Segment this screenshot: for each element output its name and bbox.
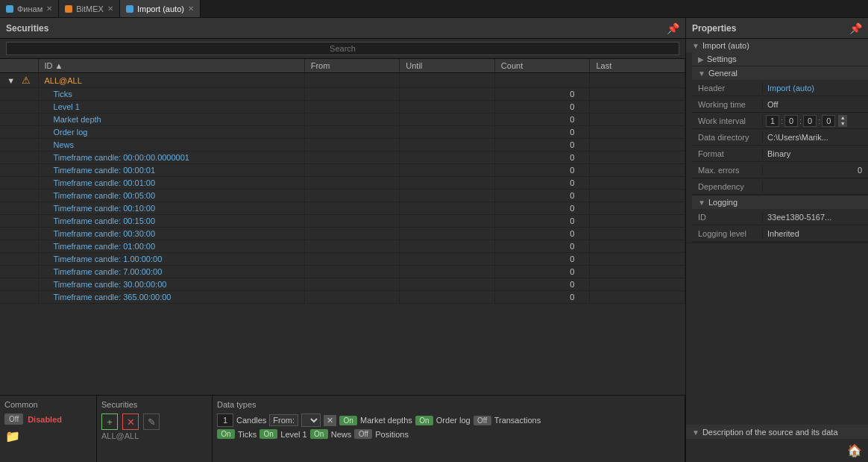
table-row[interactable]: News 0 <box>0 139 685 152</box>
delete-security-button[interactable]: ✕ <box>122 413 139 430</box>
row-until <box>400 177 495 190</box>
table-row[interactable]: Timeframe candle: 00:10:00 0 <box>0 202 685 215</box>
row-expand <box>0 291 38 304</box>
level1-label: Level 1 <box>280 430 306 439</box>
prop-logging-header[interactable]: ▼ Logging <box>692 196 868 209</box>
bitmex-close-icon[interactable]: ✕ <box>107 5 113 13</box>
tab-import-auto[interactable]: Import (auto) ✕ <box>120 0 201 17</box>
finam-close-icon[interactable]: ✕ <box>46 5 52 13</box>
news-on-button[interactable]: On <box>310 429 328 439</box>
securities-table: ID ▲ From Until Count Last ▼ ⚠ <box>0 59 685 304</box>
table-row[interactable]: Timeframe candle: 30.00:00:00 0 <box>0 278 685 291</box>
row-count: 0 <box>494 240 590 253</box>
section-import-label: Import (auto) <box>702 41 749 50</box>
folder-button[interactable]: 📁 <box>4 428 21 444</box>
interval-s-input[interactable] <box>803 115 817 127</box>
prop-max-errors-value: 0 <box>763 164 868 176</box>
table-row[interactable]: Timeframe candle: 00:00:00.0000001 0 <box>0 152 685 164</box>
prop-work-interval-label: Work interval <box>692 115 763 127</box>
row-last <box>590 190 685 202</box>
securities-panel-header: Securities 📌 <box>0 18 685 39</box>
level1-on-button[interactable]: On <box>260 429 277 439</box>
table-row[interactable]: Timeframe candle: 365.00:00:00 0 <box>0 291 685 304</box>
row-count: 0 <box>494 177 590 190</box>
candles-num-input[interactable] <box>217 413 233 427</box>
logging-collapse-arrow-icon: ▼ <box>698 199 705 207</box>
col-count[interactable]: Count <box>494 59 590 73</box>
row-expand <box>0 177 38 190</box>
row-until <box>400 126 495 139</box>
table-row[interactable]: Level 1 0 <box>0 101 685 113</box>
securities-bottom-title: Securities <box>101 400 207 409</box>
row-id: Level 1 <box>38 101 304 113</box>
marketdepths-on-button[interactable]: On <box>339 416 357 425</box>
row-expand <box>0 266 38 278</box>
table-row[interactable]: Timeframe candle: 00:00:01 0 <box>0 164 685 177</box>
prop-settings-header[interactable]: ▶ Settings <box>692 52 868 66</box>
interval-ms-input[interactable] <box>822 115 835 127</box>
ticks-on-button[interactable]: On <box>217 429 235 439</box>
table-row[interactable]: Ticks 0 <box>0 88 685 101</box>
table-row[interactable]: Timeframe candle: 7.00:00:00 0 <box>0 266 685 278</box>
table-row[interactable]: Timeframe candle: 00:05:00 0 <box>0 190 685 202</box>
col-last[interactable]: Last <box>590 59 685 73</box>
description-footer: 🏠 <box>686 439 868 462</box>
row-id: Market depth <box>38 113 304 126</box>
candles-from-select[interactable] <box>301 413 321 427</box>
row-expand <box>0 240 38 253</box>
interval-m-input[interactable] <box>784 115 798 127</box>
row-until <box>400 88 495 101</box>
description-header[interactable]: ▼ Description of the source and its data <box>686 425 868 439</box>
table-row[interactable]: Order log 0 <box>0 126 685 139</box>
row-from <box>304 266 400 278</box>
tab-import-auto-label: Import (auto) <box>137 4 184 13</box>
left-panel: Securities 📌 ID ▲ From Until Count Last <box>0 18 686 462</box>
tab-bitmex[interactable]: BitMEX ✕ <box>59 0 120 17</box>
transactions-off-button[interactable]: Off <box>474 416 491 425</box>
toggle-off-button[interactable]: Off <box>4 413 23 425</box>
row-last <box>590 73 685 88</box>
col-until[interactable]: Until <box>400 59 495 73</box>
interval-up-button[interactable]: ▲ <box>838 115 847 121</box>
interval-down-button[interactable]: ▼ <box>838 121 847 127</box>
prop-general-header[interactable]: ▼ General <box>692 66 868 80</box>
table-row[interactable]: Timeframe candle: 1.00:00:00 0 <box>0 253 685 266</box>
orderlog-on-button[interactable]: On <box>415 416 433 425</box>
prop-section-import-header[interactable]: ▼ Import (auto) <box>686 39 868 52</box>
row-id: Timeframe candle: 00:30:00 <box>38 228 304 240</box>
expand-arrow-icon: ▼ <box>7 76 15 85</box>
table-row[interactable]: ▼ ⚠ ALL@ALL <box>0 73 685 88</box>
edit-security-button[interactable]: ✎ <box>143 413 160 430</box>
prop-logging-id-value: 33ee1380-5167... <box>763 211 868 223</box>
common-title: Common <box>4 400 92 409</box>
candles-x-button[interactable]: ✕ <box>324 415 336 426</box>
col-id[interactable]: ID ▲ <box>38 59 304 73</box>
prop-row-logging-level: Logging level Inherited <box>692 225 868 242</box>
properties-pin-icon[interactable]: 📌 <box>849 22 862 34</box>
row-expand[interactable]: ▼ ⚠ <box>0 73 38 88</box>
row-count: 0 <box>494 215 590 228</box>
row-from <box>304 215 400 228</box>
sec-buttons: + ✕ ✎ <box>101 413 207 430</box>
settings-expand-arrow-icon: ▶ <box>698 55 704 63</box>
pin-icon[interactable]: 📌 <box>667 22 679 34</box>
add-security-button[interactable]: + <box>101 413 118 430</box>
prop-working-time-value: Off <box>763 99 868 110</box>
import-auto-close-icon[interactable]: ✕ <box>188 5 194 13</box>
prop-header-value: Import (auto) <box>763 82 868 94</box>
table-row[interactable]: Timeframe candle: 00:30:00 0 <box>0 228 685 240</box>
interval-h-input[interactable] <box>766 115 779 127</box>
row-until <box>400 202 495 215</box>
row-count: 0 <box>494 202 590 215</box>
row-until <box>400 228 495 240</box>
prop-data-dir-value: C:\Users\Marik... <box>763 131 868 143</box>
table-row[interactable]: Timeframe candle: 00:15:00 0 <box>0 215 685 228</box>
table-row[interactable]: Market depth 0 <box>0 113 685 126</box>
positions-off-button[interactable]: Off <box>354 429 372 439</box>
search-input[interactable] <box>6 42 679 55</box>
table-row[interactable]: Timeframe candle: 01:00:00 0 <box>0 240 685 253</box>
home-button[interactable]: 🏠 <box>847 443 862 458</box>
table-row[interactable]: Timeframe candle: 00:01:00 0 <box>0 177 685 190</box>
col-from[interactable]: From <box>304 59 400 73</box>
tab-finam[interactable]: Финам ✕ <box>0 0 59 17</box>
